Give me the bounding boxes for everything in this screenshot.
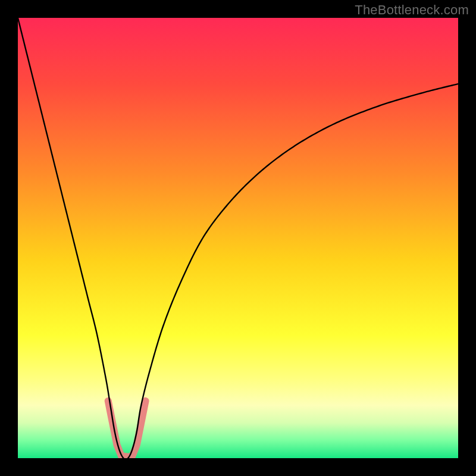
plot-area — [18, 18, 458, 458]
figure-root: TheBottleneck.com — [0, 0, 476, 476]
plot-svg — [18, 18, 458, 458]
background-gradient — [18, 18, 458, 458]
watermark: TheBottleneck.com — [355, 2, 469, 18]
